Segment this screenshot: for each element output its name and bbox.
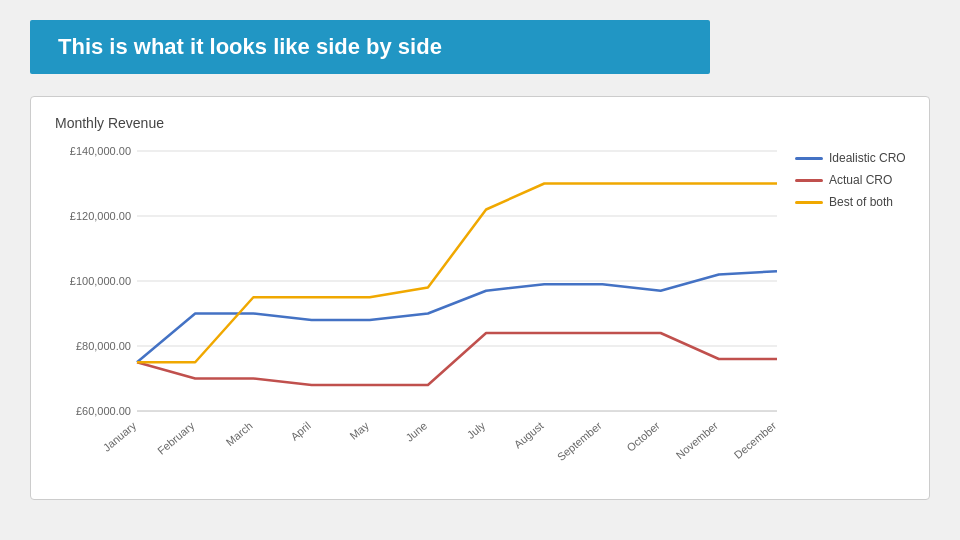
svg-text:July: July [465, 419, 488, 441]
legend-label-idealistic: Idealistic CRO [829, 151, 906, 165]
legend-item-actual: Actual CRO [795, 173, 913, 187]
svg-text:June: June [403, 419, 429, 444]
header-title: This is what it looks like side by side [58, 34, 682, 60]
svg-text:January: January [101, 419, 139, 454]
svg-text:£60,000.00: £60,000.00 [76, 405, 131, 417]
svg-text:February: February [155, 419, 197, 457]
header-banner: This is what it looks like side by side [30, 20, 710, 74]
svg-text:£140,000.00: £140,000.00 [70, 145, 131, 157]
svg-text:September: September [555, 419, 604, 463]
svg-text:October: October [624, 419, 662, 454]
legend: Idealistic CRO Actual CRO Best of both [795, 141, 913, 485]
svg-text:May: May [347, 419, 371, 442]
legend-label-actual: Actual CRO [829, 173, 892, 187]
svg-text:£80,000.00: £80,000.00 [76, 340, 131, 352]
svg-text:December: December [732, 419, 779, 461]
svg-text:April: April [288, 419, 313, 442]
legend-line-idealistic [795, 157, 823, 160]
legend-label-best: Best of both [829, 195, 893, 209]
chart-area: £60,000.00£80,000.00£100,000.00£120,000.… [47, 141, 913, 485]
svg-text:£100,000.00: £100,000.00 [70, 275, 131, 287]
chart-svg: £60,000.00£80,000.00£100,000.00£120,000.… [47, 141, 787, 481]
svg-text:£120,000.00: £120,000.00 [70, 210, 131, 222]
svg-text:August: August [512, 419, 546, 450]
chart-svg-wrap: £60,000.00£80,000.00£100,000.00£120,000.… [47, 141, 787, 485]
legend-item-best: Best of both [795, 195, 913, 209]
legend-line-best [795, 201, 823, 204]
svg-text:November: November [674, 419, 721, 461]
page: This is what it looks like side by side … [0, 0, 960, 540]
legend-line-actual [795, 179, 823, 182]
legend-item-idealistic: Idealistic CRO [795, 151, 913, 165]
chart-title: Monthly Revenue [55, 115, 913, 131]
svg-text:March: March [224, 419, 255, 448]
chart-container: Monthly Revenue £60,000.00£80,000.00£100… [30, 96, 930, 500]
